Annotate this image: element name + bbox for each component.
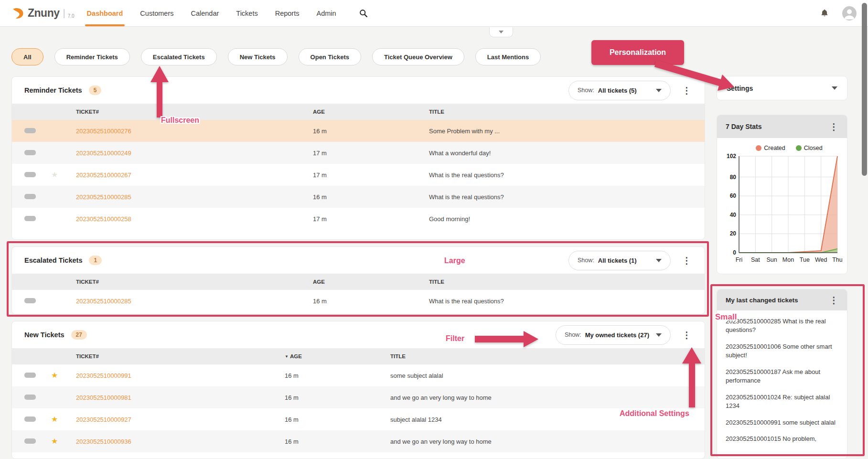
svg-text:Wed: Wed <box>815 256 827 263</box>
star-cell[interactable]: ★ <box>51 372 76 379</box>
list-item-ticket-link[interactable]: 2023052510000187 Ask me about performanc… <box>726 368 839 385</box>
nav-item-dashboard[interactable]: Dashboard <box>87 0 123 26</box>
star-icon[interactable]: ★ <box>51 415 58 423</box>
table-row[interactable]: ★202305251000026717 mWhat is the real qu… <box>12 164 705 186</box>
widget-header-actions: Show:All tickets (1)⋮ <box>568 251 691 270</box>
list-item-ticket-link[interactable]: 2023052510000285 What is the real questi… <box>726 317 839 334</box>
nav-item-calendar[interactable]: Calendar <box>191 0 219 26</box>
kebab-menu-icon[interactable]: ⋮ <box>829 122 838 131</box>
table-row[interactable]: 202305251000098116 mand we go an very lo… <box>12 386 705 408</box>
table-row[interactable]: 202305251000028516 mWhat is the real que… <box>12 290 705 312</box>
list-item-ticket-link[interactable]: 2023052510001015 No problem, <box>726 435 839 443</box>
nav-item-tickets[interactable]: Tickets <box>236 0 257 26</box>
column-header-age[interactable]: ▼AGE <box>285 353 390 359</box>
filter-tab-open-tickets[interactable]: Open Tickets <box>299 48 361 65</box>
title-cell: Some Problem with my ... <box>429 128 705 135</box>
list-item-ticket-link[interactable]: 2023052510001006 Some other smart subjec… <box>726 342 839 360</box>
star-cell[interactable]: ★ <box>51 416 76 423</box>
znuny-logo[interactable]: Znuny | 7.0 <box>11 7 75 20</box>
table-row[interactable]: ★202305251000099116 msome subject alalal <box>12 364 705 386</box>
brand-name: Znuny <box>28 7 60 20</box>
ticket-number-link[interactable]: 2023052510000285 <box>76 298 131 305</box>
ticket-number-link[interactable]: 2023052510000258 <box>76 215 131 223</box>
star-icon[interactable]: ★ <box>51 371 58 379</box>
column-header-title[interactable]: TITLE <box>390 353 705 359</box>
ticket-number-link[interactable]: 2023052510000936 <box>76 438 131 445</box>
filter-bar-collapse-handle[interactable] <box>489 27 513 37</box>
star-cell[interactable]: ★ <box>51 171 76 179</box>
show-filter-dropdown[interactable]: Show:All tickets (5) <box>568 81 671 100</box>
star-cell[interactable]: ★ <box>51 438 76 445</box>
svg-text:Fri: Fri <box>736 256 743 263</box>
annotation-personalization: Personalization <box>591 40 684 65</box>
widget-count-badge: 5 <box>89 85 102 95</box>
ticket-number-link[interactable]: 2023052510000285 <box>76 193 131 201</box>
ticket-number-link[interactable]: 2023052510000249 <box>76 149 131 157</box>
star-icon[interactable]: ★ <box>51 171 58 179</box>
show-filter-dropdown[interactable]: Show:All tickets (1) <box>568 251 671 270</box>
settings-panel-toggle[interactable]: Settings <box>717 76 847 100</box>
ticket-number-link[interactable]: 2023052510000991 <box>76 372 131 379</box>
list-item-ticket-link[interactable]: 2023052510001024 Re: subject alalal 1234 <box>726 393 839 410</box>
nav-item-customers[interactable]: Customers <box>140 0 173 26</box>
ticket-state-pill <box>24 416 36 422</box>
ticket-state-icon <box>24 171 51 179</box>
title-cell: What is the real questions? <box>429 193 705 201</box>
ticket-number-link[interactable]: 2023052510000927 <box>76 416 131 423</box>
title-cell: What is the real questions? <box>429 171 705 179</box>
kebab-menu-icon[interactable]: ⋮ <box>682 86 691 95</box>
column-header-ticket-[interactable]: TICKET# <box>76 109 313 115</box>
column-header-title[interactable]: TITLE <box>429 279 705 285</box>
column-header-title[interactable]: TITLE <box>429 109 705 115</box>
table-row[interactable]: 202305251000027616 mSome Problem with my… <box>12 120 705 142</box>
star-icon[interactable]: ★ <box>51 437 58 445</box>
annotation-small: Small <box>715 312 737 322</box>
column-header-ticket-[interactable]: TICKET# <box>76 353 285 359</box>
nav-item-admin[interactable]: Admin <box>316 0 336 26</box>
show-label: Show: <box>578 257 594 264</box>
dashboard-filter-tabs: AllReminder TicketsEscalated TicketsNew … <box>11 48 541 65</box>
filter-tab-all[interactable]: All <box>11 48 43 65</box>
nav-right <box>817 6 857 21</box>
ticket-state-icon <box>24 128 51 135</box>
table-row[interactable]: 202305251000028516 mWhat is the real que… <box>12 186 705 208</box>
list-item-ticket-link[interactable]: 2023052510000991 some subject alalal <box>726 418 839 427</box>
show-label: Show: <box>565 331 581 338</box>
table-row[interactable]: ★202305251000093616 mand we go an very l… <box>12 430 705 452</box>
filter-tab-new-tickets[interactable]: New Tickets <box>228 48 288 65</box>
table-row[interactable]: ★202305251000092716 msubject alalal 1234 <box>12 408 705 430</box>
nav-item-reports[interactable]: Reports <box>275 0 300 26</box>
column-header-age[interactable]: AGE <box>313 109 429 115</box>
show-filter-dropdown[interactable]: Show:My owned tickets (27) <box>556 325 671 345</box>
ticket-number-link[interactable]: 2023052510000267 <box>76 171 131 179</box>
table-header: TICKET#AGETITLE <box>12 104 705 120</box>
filter-tab-reminder-tickets[interactable]: Reminder Tickets <box>54 48 130 65</box>
kebab-menu-icon[interactable]: ⋮ <box>829 296 838 305</box>
show-value: My owned tickets (27) <box>585 331 649 339</box>
kebab-menu-icon[interactable]: ⋮ <box>682 256 691 265</box>
ticket-number-link[interactable]: 2023052510000276 <box>76 128 131 135</box>
filter-tab-ticket-queue-overview[interactable]: Ticket Queue Overview <box>372 48 464 65</box>
ticket-number-cell: 2023052510000258 <box>76 215 313 223</box>
filter-tab-escalated-tickets[interactable]: Escalated Tickets <box>141 48 217 65</box>
ticket-state-icon <box>24 193 51 201</box>
page-scrollbar-thumb[interactable] <box>862 3 867 176</box>
kebab-menu-icon[interactable]: ⋮ <box>682 331 691 340</box>
ticket-number-cell: 2023052510000249 <box>76 149 313 157</box>
column-header-ticket-[interactable]: TICKET# <box>76 279 313 285</box>
my-last-changed-list: 2023052510000285 What is the real questi… <box>717 310 847 448</box>
user-avatar[interactable] <box>842 6 857 21</box>
seven-day-stats-header: 7 Day Stats ⋮ <box>717 115 847 138</box>
znuny-dashboard-screen: Znuny | 7.0 DashboardCustomersCalendarTi… <box>0 0 868 459</box>
notifications-button[interactable] <box>817 6 832 21</box>
ticket-number-link[interactable]: 2023052510000981 <box>76 394 131 401</box>
column-header-age[interactable]: AGE <box>313 279 429 285</box>
ticket-number-cell: 2023052510000285 <box>76 298 313 305</box>
seven-day-stats-title: 7 Day Stats <box>726 123 761 130</box>
table-row[interactable]: 202305251000024917 mWhat a wonderful day… <box>12 142 705 164</box>
search-button[interactable] <box>356 6 371 21</box>
ticket-state-pill <box>24 298 36 303</box>
filter-tab-last-mentions[interactable]: Last Mentions <box>475 48 541 65</box>
table-row[interactable]: 202305251000025817 mGood morning! <box>12 208 705 230</box>
legend-label: Created <box>764 145 785 151</box>
